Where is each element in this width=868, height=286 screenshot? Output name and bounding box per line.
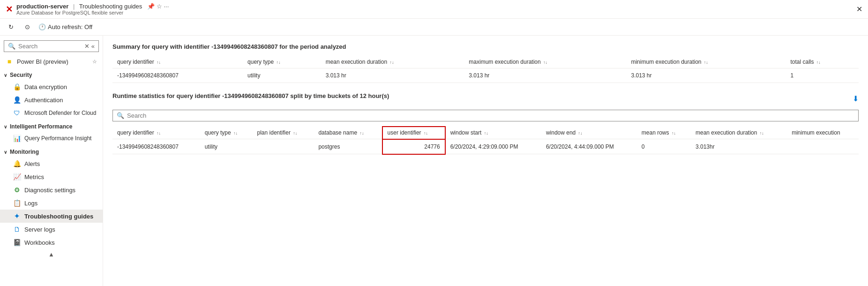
sidebar-item-metrics[interactable]: 📈 Metrics [0,170,103,183]
summary-col-min-exec[interactable]: minimum execution duration ↑↓ [626,56,786,68]
sidebar-section-monitoring[interactable]: ∨ Monitoring [0,145,103,157]
runtime-window-start: 6/20/2024, 4:29:09.000 PM [445,139,541,154]
sidebar-item-server-logs[interactable]: 🗋 Server logs [0,223,103,236]
runtime-sort-plan-id-icon: ↑↓ [293,131,297,135]
sidebar-item-query-performance-label: Query Performance Insight [24,135,91,142]
sidebar-item-powerbi[interactable]: ■ Power BI (preview) ☆ [0,55,103,68]
sidebar-item-defender-label: Microsoft Defender for Cloud [24,110,96,116]
summary-col-max-exec[interactable]: maximum execution duration ↑↓ [464,56,626,68]
close-button[interactable]: ✕ [856,5,862,14]
runtime-plan-id [253,139,314,154]
summary-table: query identifier ↑↓ query type ↑↓ mean e… [112,56,859,83]
more-icon[interactable]: ··· [164,3,169,10]
sidebar-item-logs-label: Logs [24,200,37,207]
sidebar-item-troubleshooting[interactable]: ✦ Troubleshooting guides [0,210,103,223]
sidebar-item-authentication-label: Authentication [24,97,63,104]
runtime-col-mean-exec-duration[interactable]: mean execution duration ↑↓ [691,127,787,139]
refresh-button[interactable]: ↻ [6,22,16,32]
runtime-search-input[interactable] [127,112,854,119]
toolbar: ↻ ⊙ 🕐 Auto refresh: Off [0,19,868,36]
diagnostic-icon: ⚙ [13,186,21,194]
chevron-monitoring-icon: ∨ [4,150,7,155]
summary-title: Summary for query with identifier -13499… [112,43,859,50]
sidebar-item-alerts[interactable]: 🔔 Alerts [0,157,103,170]
sidebar-item-server-logs-label: Server logs [24,226,55,233]
auth-icon: 👤 [13,96,21,104]
sidebar-item-workbooks-label: Workbooks [24,239,55,246]
summary-query-type: utility [243,68,321,83]
person-icon: ⊙ [25,23,30,30]
runtime-col-min-exec[interactable]: minimum execution [787,127,859,139]
sort-query-type-icon: ↑↓ [276,60,280,65]
sidebar-item-data-encryption[interactable]: 🔒 Data encryption [0,80,103,93]
runtime-sort-window-end-icon: ↑↓ [578,131,583,135]
sidebar-item-powerbi-label: Power BI (preview) [17,58,68,65]
sidebar-section-security[interactable]: ∨ Security [0,68,103,80]
clear-search-icon[interactable]: ✕ [84,43,90,50]
star-icon[interactable]: ☆ [157,3,162,10]
runtime-sort-query-type-icon: ↑↓ [233,131,238,135]
runtime-min-exec [787,139,859,154]
runtime-user-id: 24776 [382,139,445,154]
sidebar-item-defender[interactable]: 🛡 Microsoft Defender for Cloud [0,106,103,120]
sort-min-exec-icon: ↑↓ [704,60,708,65]
sidebar-item-alerts-label: Alerts [24,160,40,167]
download-button[interactable]: ⬇ [853,94,859,103]
workbooks-icon: 📓 [13,239,21,246]
runtime-header: Runtime statistics for query identifier … [112,92,859,105]
summary-col-total-calls[interactable]: total calls ↑↓ [786,56,859,68]
alert-icon: 🔔 [13,160,21,167]
favorite-powerbi-icon[interactable]: ☆ [92,59,97,65]
sidebar-item-query-performance[interactable]: 📊 Query Performance Insight [0,132,103,145]
summary-col-query-id[interactable]: query identifier ↑↓ [112,56,243,68]
summary-col-mean-exec[interactable]: mean execution duration ↑↓ [321,56,464,68]
runtime-sort-user-id-icon: ↑↓ [424,131,428,135]
sidebar-item-workbooks[interactable]: 📓 Workbooks [0,236,103,249]
runtime-col-query-type[interactable]: query type ↑↓ [200,127,253,139]
sidebar-item-diagnostic-label: Diagnostic settings [24,187,75,194]
sidebar-section-monitoring-label: Monitoring [10,149,39,155]
search-input[interactable] [18,43,82,50]
subtitle: Azure Database for PostgreSQL flexible s… [16,10,169,15]
summary-section: Summary for query with identifier -13499… [112,43,859,83]
page-title: Troubleshooting guides [79,3,142,10]
server-logs-icon: 🗋 [13,226,21,233]
chevron-security-icon: ∨ [4,73,7,78]
pin-icon[interactable]: 📌 [147,3,155,10]
runtime-col-db-name[interactable]: database name ↑↓ [314,127,382,139]
sidebar-section-security-label: Security [10,72,32,78]
auto-refresh-label: Auto refresh: Off [48,23,92,30]
runtime-col-plan-id[interactable]: plan identifier ↑↓ [253,127,314,139]
refresh-icon: ↻ [8,23,14,30]
runtime-col-mean-rows[interactable]: mean rows ↑↓ [637,127,691,139]
search-box[interactable]: 🔍 ✕ « [4,40,99,52]
sidebar-item-data-encryption-label: Data encryption [24,83,67,90]
server-name: production-server [16,3,68,10]
sort-max-exec-icon: ↑↓ [543,60,547,65]
runtime-section: Runtime statistics for query identifier … [112,92,859,155]
sidebar-section-intelligent-performance-label: Intelligent Performance [10,123,72,130]
sort-query-id-icon: ↑↓ [157,60,161,65]
summary-col-query-type[interactable]: query type ↑↓ [243,56,321,68]
runtime-col-window-start[interactable]: window start ↑↓ [445,127,541,139]
runtime-search-box[interactable]: 🔍 [112,110,859,121]
sidebar-item-diagnostic[interactable]: ⚙ Diagnostic settings [0,183,103,196]
summary-total-calls: 1 [786,68,859,83]
runtime-col-window-end[interactable]: window end ↑↓ [541,127,637,139]
person-icon-button[interactable]: ⊙ [22,22,33,32]
runtime-col-user-id[interactable]: user identifier ↑↓ [382,127,445,139]
sidebar-item-logs[interactable]: 📋 Logs [0,196,103,210]
runtime-query-id: -1349949608248360807 [112,139,200,154]
summary-min-exec: 3.013 hr [626,68,786,83]
app-logo: ✕ [6,4,13,15]
sidebar: 🔍 ✕ « ■ Power BI (preview) ☆ ∨ Security … [0,36,103,286]
summary-query-id: -1349949608248360807 [112,68,243,83]
collapse-icon[interactable]: « [91,43,95,50]
runtime-search-icon: 🔍 [117,112,124,119]
sidebar-section-intelligent-performance[interactable]: ∨ Intelligent Performance [0,120,103,132]
runtime-sort-mean-exec-icon: ↑↓ [760,131,764,135]
runtime-col-query-id[interactable]: query identifier ↑↓ [112,127,200,139]
sidebar-item-authentication[interactable]: 👤 Authentication [0,93,103,106]
auto-refresh-status: 🕐 Auto refresh: Off [38,23,92,30]
runtime-mean-rows: 0 [637,139,691,154]
